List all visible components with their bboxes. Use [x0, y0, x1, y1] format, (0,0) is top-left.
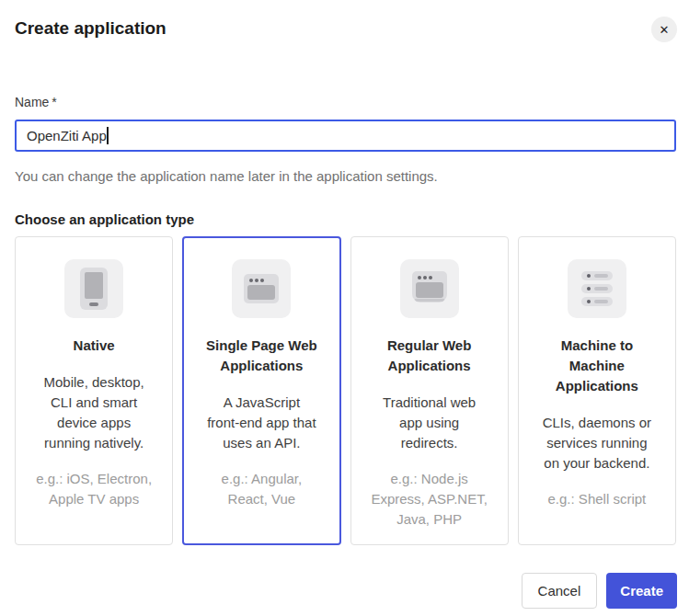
card-description: CLIs, daemons or services running on you… [535, 413, 659, 473]
card-title: Native [32, 336, 155, 356]
card-example: e.g.: Node.js Express, ASP.NET, Java, PH… [368, 469, 491, 530]
browser-window-icon [232, 259, 291, 318]
name-label: Name* [15, 95, 676, 109]
card-title: Regular Web Applications [368, 336, 491, 376]
name-input-wrapper [15, 120, 676, 152]
app-type-card-spa[interactable]: Single Page Web Applications A JavaScrip… [182, 236, 340, 545]
close-icon: ✕ [660, 23, 670, 37]
required-marker: * [52, 95, 56, 109]
text-cursor [107, 127, 109, 144]
card-description: Traditional web app using redirects. [368, 393, 491, 453]
create-application-dialog: Create application ✕ Name* You can chang… [0, 0, 689, 616]
close-button[interactable]: ✕ [651, 17, 677, 42]
app-type-card-m2m[interactable]: Machine to Machine Applications CLIs, da… [518, 236, 676, 545]
choose-type-heading: Choose an application type [15, 212, 676, 226]
card-title: Machine to Machine Applications [535, 336, 659, 396]
name-label-text: Name [15, 95, 49, 109]
card-example: e.g.: Shell script [535, 489, 659, 509]
dialog-header: Create application ✕ [0, 0, 689, 42]
card-example: e.g.: iOS, Electron, Apple TV apps [32, 469, 155, 509]
card-description: A JavaScript front-end app that uses an … [200, 393, 323, 453]
server-stack-icon [568, 259, 626, 318]
name-form-section: Name* You can change the application nam… [15, 95, 676, 184]
card-title: Single Page Web Applications [200, 336, 323, 376]
mobile-phone-icon [64, 259, 123, 318]
app-type-card-regular-web[interactable]: Regular Web Applications Traditional web… [350, 236, 509, 545]
cancel-button[interactable]: Cancel [522, 573, 598, 609]
app-type-cards: Native Mobile, desktop, CLI and smart de… [15, 236, 676, 545]
page-title: Create application [15, 17, 167, 40]
card-description: Mobile, desktop, CLI and smart device ap… [32, 372, 155, 453]
create-button[interactable]: Create [606, 573, 677, 609]
card-example: e.g.: Angular, React, Vue [200, 469, 323, 509]
dialog-footer: Cancel Create [15, 573, 677, 609]
app-type-card-native[interactable]: Native Mobile, desktop, CLI and smart de… [15, 236, 173, 545]
name-input[interactable] [15, 120, 676, 152]
web-page-icon [400, 259, 459, 318]
name-helper-text: You can change the application name late… [15, 168, 676, 184]
